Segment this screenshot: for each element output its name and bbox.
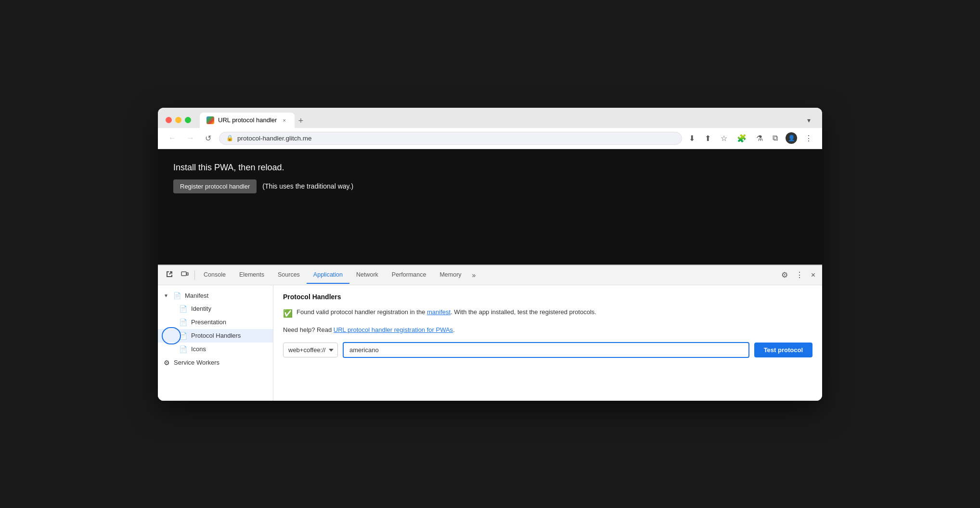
traffic-lights [166,117,191,123]
device-toggle-button[interactable] [177,266,193,285]
manifest-arrow: ▼ [164,293,169,298]
devtools-close-button[interactable]: × [808,267,818,283]
url-bar[interactable]: 🔒 protocol-handler.glitch.me [219,132,682,145]
sidebar-item-presentation-label: Presentation [191,318,226,326]
url-text: protocol-handler.glitch.me [237,135,312,142]
page-headline: Install this PWA, then reload. [173,163,807,173]
back-button[interactable]: ← [166,132,179,144]
sidebar-item-icons[interactable]: 📄 Icons [158,343,273,356]
split-icon[interactable]: ⧉ [771,132,780,144]
browser-window: URL protocol handler × + ▾ ← → ↺ 🔒 proto… [158,108,822,401]
new-tab-button[interactable]: + [295,114,308,128]
toolbar-icons: ⬇ ⬆ ☆ 🧩 ⚗ ⧉ 👤 ⋮ [687,132,814,145]
icons-file-icon: 📄 [179,345,187,353]
devtools-tab-bar: Console Elements Sources Application Net… [158,266,822,285]
success-text-before: Found valid protocol handler registratio… [297,308,427,316]
svg-rect-0 [181,272,186,276]
devtools-panel: Console Elements Sources Application Net… [158,265,822,401]
tab-dropdown-button[interactable]: ▾ [803,114,814,126]
sidebar-item-identity[interactable]: 📄 Identity [158,302,273,316]
success-message-row: ✅ Found valid protocol handler registrat… [283,307,812,319]
register-note: (This uses the traditional way.) [262,182,353,190]
sidebar-manifest-parent[interactable]: ▼ 📄 Manifest [158,289,273,302]
identity-icon: 📄 [179,305,187,313]
sidebar-service-workers[interactable]: ⚙ Service Workers [158,356,273,369]
tab-title: URL protocol handler [218,116,277,124]
page-content: Install this PWA, then reload. Register … [158,149,822,265]
flask-icon[interactable]: ⚗ [754,132,765,145]
title-bar: URL protocol handler × + ▾ [158,108,822,128]
maximize-button[interactable] [185,117,191,123]
extensions-icon[interactable]: 🧩 [735,132,748,145]
presentation-icon: 📄 [179,318,187,326]
sidebar-item-protocol-handlers[interactable]: 📄 Protocol Handlers [158,329,273,343]
help-link[interactable]: URL protocol handler registration for PW… [334,326,453,333]
tab-memory[interactable]: Memory [433,267,468,284]
sidebar-item-icons-label: Icons [191,345,206,353]
tab-network[interactable]: Network [349,267,385,284]
download-icon[interactable]: ⬇ [687,132,697,145]
devtools-body: ▼ 📄 Manifest 📄 Identity 📄 Presentation 📄… [158,285,822,401]
service-workers-label: Service Workers [174,359,219,366]
help-text-prefix: Need help? Read [283,326,334,333]
forward-button[interactable]: → [184,132,197,144]
tab-elements[interactable]: Elements [232,267,271,284]
devtools-main-panel: Protocol Handlers ✅ Found valid protocol… [273,285,822,401]
tab-console[interactable]: Console [197,267,232,284]
menu-icon[interactable]: ⋮ [803,132,814,145]
success-checkmark-icon: ✅ [283,308,293,319]
service-workers-gear-icon: ⚙ [164,359,170,367]
star-icon[interactable]: ☆ [719,132,729,145]
protocol-select[interactable]: web+coffee:// [283,343,338,357]
panel-title: Protocol Handlers [283,293,812,301]
help-row: Need help? Read URL protocol handler reg… [283,325,812,335]
protocol-input[interactable] [343,342,749,358]
tab-area: URL protocol handler × + [200,113,799,128]
sidebar-item-presentation[interactable]: 📄 Presentation [158,316,273,329]
manifest-link[interactable]: manifest [427,308,451,316]
user-avatar[interactable]: 👤 [786,132,797,144]
protocol-handlers-icon: 📄 [179,332,187,340]
register-protocol-button[interactable]: Register protocol handler [173,179,257,193]
close-button[interactable] [166,117,172,123]
success-text-after: . With the app installed, test the regis… [451,308,596,316]
devtools-right-controls: ⚙ ⋮ × [778,267,818,283]
test-protocol-row: web+coffee:// Test protocol [283,342,812,358]
minimize-button[interactable] [175,117,181,123]
tab-separator [194,270,195,280]
inspect-element-button[interactable] [162,266,177,285]
tab-close-button[interactable]: × [281,116,287,124]
reload-button[interactable]: ↺ [202,132,214,145]
tab-application[interactable]: Application [307,267,349,284]
share-icon[interactable]: ⬆ [703,132,713,145]
highlight-circle [162,327,181,344]
tab-sources[interactable]: Sources [271,267,307,284]
active-tab[interactable]: URL protocol handler × [200,113,295,128]
tab-performance[interactable]: Performance [385,267,433,284]
test-protocol-button[interactable]: Test protocol [754,343,812,357]
devtools-sidebar: ▼ 📄 Manifest 📄 Identity 📄 Presentation 📄… [158,285,273,401]
manifest-label: Manifest [185,292,208,299]
manifest-file-icon: 📄 [173,292,181,299]
tab-favicon [206,116,214,124]
success-text: Found valid protocol handler registratio… [297,307,596,317]
sidebar-item-identity-label: Identity [191,305,211,312]
sidebar-item-protocol-handlers-label: Protocol Handlers [191,332,241,339]
devtools-menu-button[interactable]: ⋮ [793,267,806,283]
more-tabs-button[interactable]: » [468,267,480,284]
help-text-period: . [453,326,455,333]
lock-icon: 🔒 [226,135,233,141]
address-bar: ← → ↺ 🔒 protocol-handler.glitch.me ⬇ ⬆ ☆… [158,128,822,149]
svg-rect-1 [187,273,188,275]
devtools-settings-button[interactable]: ⚙ [778,267,791,283]
